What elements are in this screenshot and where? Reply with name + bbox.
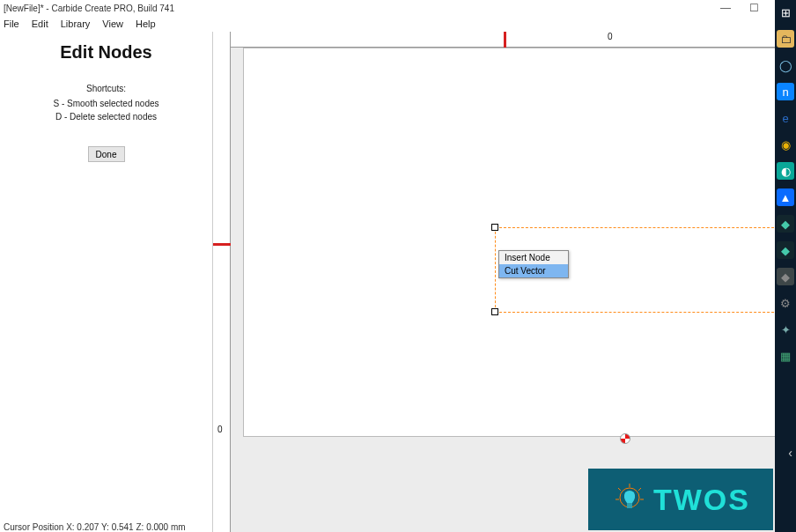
chrome-icon[interactable]: ◉ (777, 136, 794, 153)
carbide-icon-2[interactable]: ◆ (777, 241, 794, 259)
minimize-button[interactable]: — (715, 2, 736, 14)
window-titlebar: [NewFile]* - Carbide Create PRO, Build 7… (0, 0, 796, 16)
app-icon-a[interactable]: ✦ (777, 321, 794, 338)
file-explorer-icon[interactable]: 🗀 (777, 30, 794, 48)
watermark-text: TWOS (653, 483, 750, 517)
vector-bottom-edge[interactable] (495, 312, 796, 313)
shortcuts-heading: Shortcuts: (53, 82, 158, 95)
context-insert-node[interactable]: Insert Node (499, 251, 568, 264)
node-bottom-left[interactable] (491, 308, 498, 315)
edge-icon[interactable]: e (777, 109, 794, 127)
v-ruler-cursor-mark (213, 243, 231, 246)
menu-bar: File Edit Library View Help (0, 16, 796, 32)
main-area: Edit Nodes Shortcuts: S - Smooth selecte… (0, 32, 796, 532)
shortcut-delete: D - Delete selected nodes (53, 110, 158, 123)
window-title: [NewFile]* - Carbide Create PRO, Build 7… (4, 4, 715, 13)
done-button[interactable]: Done (88, 146, 125, 162)
taskbar-chevron-icon[interactable]: ‹ (788, 446, 792, 460)
h-ruler-cursor-mark (504, 32, 506, 48)
context-menu: Insert Node Cut Vector (498, 250, 569, 278)
lightbulb-icon (611, 481, 648, 518)
maximize-button[interactable]: ☐ (743, 2, 764, 14)
carbide-icon-1[interactable]: ◆ (777, 215, 794, 233)
design-canvas[interactable] (231, 48, 796, 532)
app-icon-b[interactable]: ▦ (777, 347, 794, 365)
shortcut-smooth: S - Smooth selected nodes (53, 97, 158, 110)
context-cut-vector[interactable]: Cut Vector (499, 264, 568, 277)
left-panel: Edit Nodes Shortcuts: S - Smooth selecte… (0, 32, 213, 532)
nordvpn-icon[interactable]: n (777, 83, 794, 100)
svg-rect-1 (627, 503, 632, 508)
cortana-icon[interactable]: ◯ (777, 56, 794, 74)
menu-library[interactable]: Library (61, 18, 91, 29)
origin-marker[interactable] (620, 433, 630, 444)
vector-left-edge[interactable] (495, 227, 496, 312)
menu-help[interactable]: Help (136, 18, 156, 29)
node-top-left[interactable] (491, 224, 498, 231)
menu-edit[interactable]: Edit (32, 18, 48, 29)
shortcuts-block: Shortcuts: S - Smooth selected nodes D -… (53, 82, 158, 123)
blue-app-icon[interactable]: ▲ (777, 188, 794, 206)
teal-app-icon[interactable]: ◐ (777, 162, 794, 180)
menu-view[interactable]: View (102, 18, 123, 29)
menu-file[interactable]: File (4, 18, 19, 29)
carbide-icon-3[interactable]: ◆ (777, 268, 794, 285)
watermark-overlay: TWOS (588, 469, 773, 530)
vertical-ruler: 0 (213, 32, 231, 532)
panel-title: Edit Nodes (60, 42, 151, 63)
h-ruler-label: 0 (608, 32, 613, 41)
canvas-wrap: 0 0 Insert Node Cut Vector (213, 32, 796, 532)
v-ruler-label: 0 (217, 425, 223, 434)
stock-sheet (243, 48, 796, 437)
windows-taskbar: ⊞🗀◯ne◉◐▲◆◆◆⚙✦▦ (775, 0, 796, 532)
horizontal-ruler: 0 (231, 32, 796, 48)
settings-icon[interactable]: ⚙ (777, 294, 794, 312)
windows-start-icon[interactable]: ⊞ (777, 4, 794, 21)
vector-top-edge[interactable] (495, 227, 796, 228)
